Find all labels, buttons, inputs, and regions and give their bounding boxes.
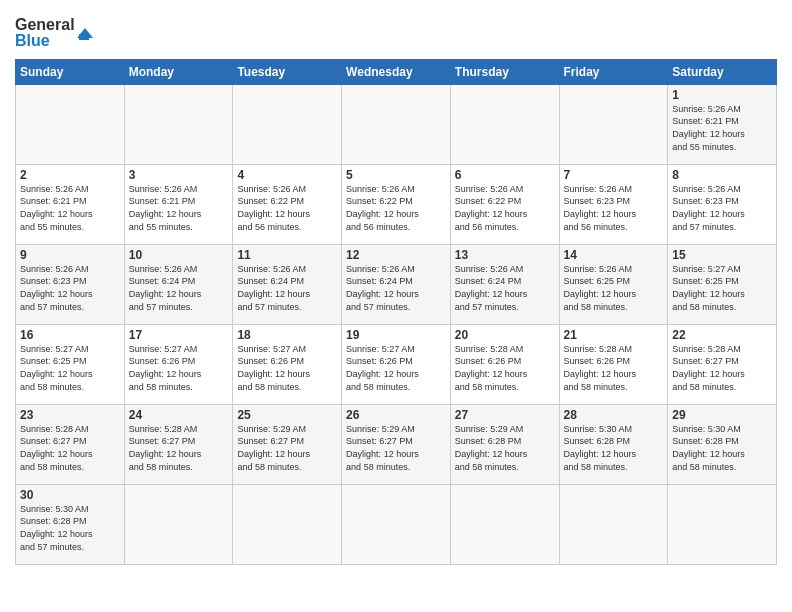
calendar-cell: 22Sunrise: 5:28 AM Sunset: 6:27 PM Dayli… xyxy=(668,324,777,404)
calendar-cell: 6Sunrise: 5:26 AM Sunset: 6:22 PM Daylig… xyxy=(450,164,559,244)
calendar-week-2: 9Sunrise: 5:26 AM Sunset: 6:23 PM Daylig… xyxy=(16,244,777,324)
day-number: 21 xyxy=(564,328,664,342)
cell-info: Sunrise: 5:28 AM Sunset: 6:26 PM Dayligh… xyxy=(455,343,555,393)
calendar-week-3: 16Sunrise: 5:27 AM Sunset: 6:25 PM Dayli… xyxy=(16,324,777,404)
calendar-cell xyxy=(233,84,342,164)
calendar-cell: 16Sunrise: 5:27 AM Sunset: 6:25 PM Dayli… xyxy=(16,324,125,404)
cell-info: Sunrise: 5:26 AM Sunset: 6:22 PM Dayligh… xyxy=(237,183,337,233)
calendar-cell xyxy=(559,484,668,564)
calendar-cell: 23Sunrise: 5:28 AM Sunset: 6:27 PM Dayli… xyxy=(16,404,125,484)
calendar-cell: 13Sunrise: 5:26 AM Sunset: 6:24 PM Dayli… xyxy=(450,244,559,324)
calendar-cell xyxy=(233,484,342,564)
page-header: General Blue xyxy=(15,10,777,53)
calendar-cell: 2Sunrise: 5:26 AM Sunset: 6:21 PM Daylig… xyxy=(16,164,125,244)
day-number: 22 xyxy=(672,328,772,342)
weekday-header-sunday: Sunday xyxy=(16,59,125,84)
day-number: 24 xyxy=(129,408,229,422)
cell-info: Sunrise: 5:27 AM Sunset: 6:26 PM Dayligh… xyxy=(237,343,337,393)
calendar-cell: 28Sunrise: 5:30 AM Sunset: 6:28 PM Dayli… xyxy=(559,404,668,484)
cell-info: Sunrise: 5:26 AM Sunset: 6:25 PM Dayligh… xyxy=(564,263,664,313)
calendar-cell xyxy=(668,484,777,564)
calendar-cell: 12Sunrise: 5:26 AM Sunset: 6:24 PM Dayli… xyxy=(342,244,451,324)
calendar-week-1: 2Sunrise: 5:26 AM Sunset: 6:21 PM Daylig… xyxy=(16,164,777,244)
calendar-cell: 20Sunrise: 5:28 AM Sunset: 6:26 PM Dayli… xyxy=(450,324,559,404)
calendar-cell: 25Sunrise: 5:29 AM Sunset: 6:27 PM Dayli… xyxy=(233,404,342,484)
day-number: 11 xyxy=(237,248,337,262)
day-number: 5 xyxy=(346,168,446,182)
calendar-cell xyxy=(559,84,668,164)
cell-info: Sunrise: 5:28 AM Sunset: 6:27 PM Dayligh… xyxy=(20,423,120,473)
cell-info: Sunrise: 5:26 AM Sunset: 6:23 PM Dayligh… xyxy=(564,183,664,233)
calendar-cell: 15Sunrise: 5:27 AM Sunset: 6:25 PM Dayli… xyxy=(668,244,777,324)
day-number: 18 xyxy=(237,328,337,342)
calendar-cell: 21Sunrise: 5:28 AM Sunset: 6:26 PM Dayli… xyxy=(559,324,668,404)
calendar-cell xyxy=(16,84,125,164)
weekday-header-wednesday: Wednesday xyxy=(342,59,451,84)
calendar-cell: 14Sunrise: 5:26 AM Sunset: 6:25 PM Dayli… xyxy=(559,244,668,324)
day-number: 4 xyxy=(237,168,337,182)
cell-info: Sunrise: 5:29 AM Sunset: 6:28 PM Dayligh… xyxy=(455,423,555,473)
weekday-header-monday: Monday xyxy=(124,59,233,84)
cell-info: Sunrise: 5:26 AM Sunset: 6:23 PM Dayligh… xyxy=(20,263,120,313)
calendar-cell: 30Sunrise: 5:30 AM Sunset: 6:28 PM Dayli… xyxy=(16,484,125,564)
day-number: 28 xyxy=(564,408,664,422)
cell-info: Sunrise: 5:30 AM Sunset: 6:28 PM Dayligh… xyxy=(20,503,120,553)
calendar-cell: 4Sunrise: 5:26 AM Sunset: 6:22 PM Daylig… xyxy=(233,164,342,244)
cell-info: Sunrise: 5:26 AM Sunset: 6:24 PM Dayligh… xyxy=(346,263,446,313)
day-number: 17 xyxy=(129,328,229,342)
logo-icon: General Blue xyxy=(15,10,95,48)
calendar-cell: 18Sunrise: 5:27 AM Sunset: 6:26 PM Dayli… xyxy=(233,324,342,404)
calendar-cell: 1Sunrise: 5:26 AM Sunset: 6:21 PM Daylig… xyxy=(668,84,777,164)
day-number: 20 xyxy=(455,328,555,342)
day-number: 2 xyxy=(20,168,120,182)
logo: General Blue xyxy=(15,10,95,53)
svg-text:General: General xyxy=(15,16,75,33)
day-number: 12 xyxy=(346,248,446,262)
calendar-cell xyxy=(342,484,451,564)
weekday-header-row: SundayMondayTuesdayWednesdayThursdayFrid… xyxy=(16,59,777,84)
calendar-cell: 19Sunrise: 5:27 AM Sunset: 6:26 PM Dayli… xyxy=(342,324,451,404)
calendar-cell: 29Sunrise: 5:30 AM Sunset: 6:28 PM Dayli… xyxy=(668,404,777,484)
calendar-cell: 7Sunrise: 5:26 AM Sunset: 6:23 PM Daylig… xyxy=(559,164,668,244)
cell-info: Sunrise: 5:26 AM Sunset: 6:22 PM Dayligh… xyxy=(346,183,446,233)
day-number: 16 xyxy=(20,328,120,342)
calendar-cell xyxy=(124,484,233,564)
cell-info: Sunrise: 5:29 AM Sunset: 6:27 PM Dayligh… xyxy=(237,423,337,473)
calendar-body: 1Sunrise: 5:26 AM Sunset: 6:21 PM Daylig… xyxy=(16,84,777,564)
day-number: 3 xyxy=(129,168,229,182)
calendar-cell xyxy=(450,84,559,164)
cell-info: Sunrise: 5:26 AM Sunset: 6:21 PM Dayligh… xyxy=(20,183,120,233)
cell-info: Sunrise: 5:27 AM Sunset: 6:26 PM Dayligh… xyxy=(129,343,229,393)
day-number: 13 xyxy=(455,248,555,262)
cell-info: Sunrise: 5:27 AM Sunset: 6:26 PM Dayligh… xyxy=(346,343,446,393)
cell-info: Sunrise: 5:26 AM Sunset: 6:24 PM Dayligh… xyxy=(129,263,229,313)
day-number: 19 xyxy=(346,328,446,342)
day-number: 29 xyxy=(672,408,772,422)
cell-info: Sunrise: 5:26 AM Sunset: 6:23 PM Dayligh… xyxy=(672,183,772,233)
calendar-table: SundayMondayTuesdayWednesdayThursdayFrid… xyxy=(15,59,777,565)
cell-info: Sunrise: 5:28 AM Sunset: 6:27 PM Dayligh… xyxy=(129,423,229,473)
calendar-cell: 3Sunrise: 5:26 AM Sunset: 6:21 PM Daylig… xyxy=(124,164,233,244)
weekday-header-saturday: Saturday xyxy=(668,59,777,84)
cell-info: Sunrise: 5:26 AM Sunset: 6:21 PM Dayligh… xyxy=(129,183,229,233)
svg-rect-3 xyxy=(79,34,89,40)
day-number: 6 xyxy=(455,168,555,182)
cell-info: Sunrise: 5:28 AM Sunset: 6:26 PM Dayligh… xyxy=(564,343,664,393)
cell-info: Sunrise: 5:26 AM Sunset: 6:24 PM Dayligh… xyxy=(237,263,337,313)
calendar-week-0: 1Sunrise: 5:26 AM Sunset: 6:21 PM Daylig… xyxy=(16,84,777,164)
day-number: 27 xyxy=(455,408,555,422)
cell-info: Sunrise: 5:30 AM Sunset: 6:28 PM Dayligh… xyxy=(672,423,772,473)
day-number: 30 xyxy=(20,488,120,502)
cell-info: Sunrise: 5:27 AM Sunset: 6:25 PM Dayligh… xyxy=(672,263,772,313)
cell-info: Sunrise: 5:26 AM Sunset: 6:24 PM Dayligh… xyxy=(455,263,555,313)
cell-info: Sunrise: 5:27 AM Sunset: 6:25 PM Dayligh… xyxy=(20,343,120,393)
day-number: 1 xyxy=(672,88,772,102)
weekday-header-thursday: Thursday xyxy=(450,59,559,84)
day-number: 25 xyxy=(237,408,337,422)
calendar-cell: 11Sunrise: 5:26 AM Sunset: 6:24 PM Dayli… xyxy=(233,244,342,324)
calendar-cell: 27Sunrise: 5:29 AM Sunset: 6:28 PM Dayli… xyxy=(450,404,559,484)
calendar-cell: 24Sunrise: 5:28 AM Sunset: 6:27 PM Dayli… xyxy=(124,404,233,484)
calendar-cell xyxy=(124,84,233,164)
calendar-cell xyxy=(342,84,451,164)
day-number: 9 xyxy=(20,248,120,262)
